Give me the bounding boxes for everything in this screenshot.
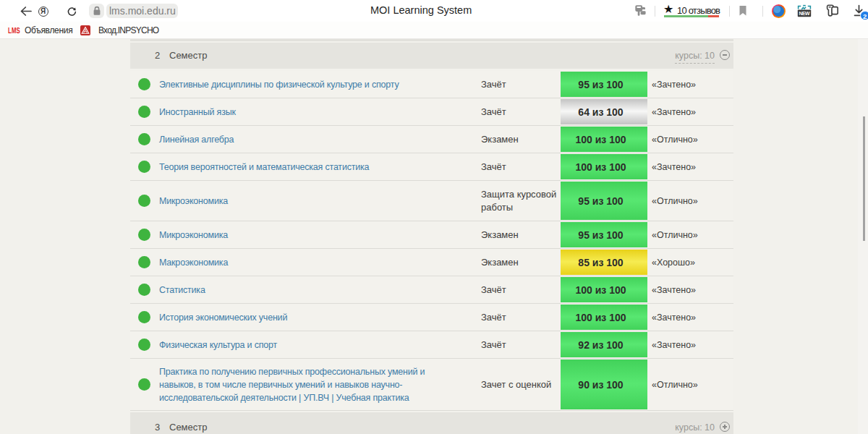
- svg-text:NEW: NEW: [799, 11, 810, 16]
